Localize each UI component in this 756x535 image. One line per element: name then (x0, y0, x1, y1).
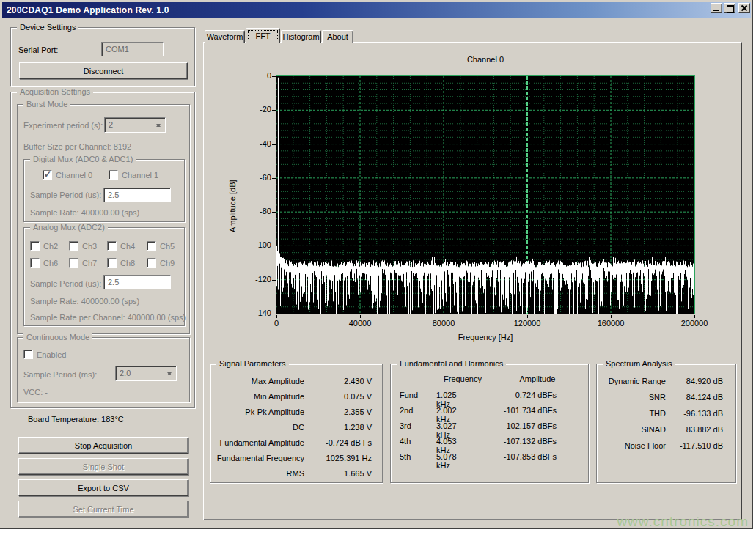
continuous-sample-period-stepper[interactable]: 2.0 (115, 366, 177, 381)
amplitude-column-header: Amplitude (507, 374, 568, 383)
x-tick-label: 0 (274, 319, 279, 328)
set-current-time-button[interactable]: Set Current Time (18, 501, 188, 517)
y-tick-label: -80 (239, 207, 271, 215)
serial-port-field[interactable]: COM1 (101, 42, 164, 56)
harmonic-name: 5th (400, 452, 411, 461)
checkbox-icon (147, 241, 156, 251)
checkbox-label: Ch5 (160, 242, 175, 251)
checkbox-label: Channel 1 (122, 171, 158, 180)
x-tick-label: 160000 (598, 319, 625, 328)
maximize-button[interactable] (724, 3, 735, 13)
checkbox-ch7[interactable]: Ch7 (69, 258, 97, 268)
experiment-period-stepper[interactable]: 2 (104, 117, 166, 133)
analog-sample-period-field[interactable]: 2.5 (103, 275, 171, 289)
stop-acquisition-button[interactable]: Stop Acquisition (18, 437, 188, 454)
spectrum-row: THD-96.133 dB (603, 405, 723, 421)
fft-plot-canvas (276, 76, 694, 314)
spectrum-value: -117.510 dB (666, 441, 723, 450)
checkbox-label: Ch3 (82, 242, 97, 251)
y-tick-label: -20 (239, 105, 271, 114)
digital-mux-group: Digital Mux (ADC0 & ADC1) Channel 0 Chan… (23, 159, 185, 222)
param-row: RMS1.665 V (216, 465, 372, 481)
tab-about[interactable]: About (322, 30, 353, 43)
digital-sample-period-field[interactable]: 2.5 (103, 188, 171, 202)
y-tick-label: -120 (239, 275, 271, 284)
param-row: DC1.238 V (216, 419, 372, 435)
close-button[interactable] (738, 3, 750, 13)
burst-mode-group: Burst Mode Experiment period (s): 2 Buff… (17, 104, 190, 334)
checkbox-icon (107, 241, 117, 251)
param-label: RMS (216, 469, 304, 478)
checkbox-enabled[interactable]: Enabled (23, 350, 66, 359)
window-title: 200CDAQ1 Demo Application Rev. 1.0 (7, 5, 169, 15)
analog-mux-title: Analog Mux (ADC2) (30, 223, 108, 232)
param-label: Max Amplitude (216, 377, 304, 385)
frequency-column-header: Frequency (432, 374, 493, 383)
checkbox-label: Ch4 (120, 242, 135, 251)
checkbox-icon (147, 258, 156, 268)
y-tick-mark (272, 280, 276, 281)
tab-fft[interactable]: FFT (246, 28, 280, 43)
tab-histogram[interactable]: Histogram (281, 30, 321, 43)
y-tick-label: -100 (239, 240, 271, 249)
harmonics-title: Fundamental and Harmonics (397, 359, 506, 368)
minimize-button[interactable] (711, 3, 722, 13)
checkbox-label: Channel 0 (56, 171, 92, 180)
analog-sample-rate-per-channel-text: Sample Rate per Channel: 400000.00 (sps) (30, 313, 186, 322)
param-value: 1.665 V (304, 469, 372, 478)
checkbox-label: Enabled (37, 350, 66, 359)
y-tick-mark (272, 110, 276, 111)
experiment-period-value: 2 (109, 120, 113, 129)
harmonic-frequency: 5.078 kHz (436, 452, 457, 470)
device-settings-group: Device Settings Serial Port: COM1 Discon… (10, 27, 195, 86)
export-to-csv-button[interactable]: Export to CSV (18, 479, 188, 496)
checkbox-channel-0[interactable]: Channel 0 (43, 170, 92, 180)
param-value: 2.355 V (304, 407, 372, 416)
spectrum-label: THD (603, 409, 666, 418)
checkbox-ch6[interactable]: Ch6 (30, 258, 58, 268)
watermark: www.cntronics.com (617, 514, 749, 530)
harmonic-amplitude: -107.853 dBFs (486, 452, 557, 461)
spectrum-value: 84.124 dB (666, 393, 723, 402)
title-bar[interactable]: 200CDAQ1 Demo Application Rev. 1.0 (2, 2, 751, 18)
checkbox-icon (69, 241, 78, 251)
fft-plot[interactable] (276, 75, 695, 314)
spectrum-value: 83.882 dB (666, 425, 723, 434)
param-label: Fundamental Frequency (216, 454, 304, 462)
harmonic-amplitude: -101.734 dBFs (486, 406, 557, 415)
y-axis-label: Amplitude [dB] (228, 180, 237, 232)
param-label: Min Amplitude (216, 392, 304, 401)
param-value: 2.430 V (304, 377, 372, 385)
checkbox-ch9[interactable]: Ch9 (147, 258, 175, 268)
y-tick-label: -60 (239, 173, 271, 182)
experiment-period-label: Experiment period (s): (23, 121, 103, 130)
single-shot-button[interactable]: Single Shot (18, 458, 188, 475)
y-tick-label: -40 (239, 139, 271, 148)
param-value: 0.075 V (304, 392, 372, 401)
spectrum-label: Dynamic Range (603, 377, 666, 385)
checkbox-channel-1[interactable]: Channel 1 (109, 170, 158, 180)
checkbox-icon (30, 258, 40, 268)
y-tick-mark (272, 314, 276, 314)
checkbox-ch8[interactable]: Ch8 (107, 258, 135, 268)
vcc-text: VCC: - (23, 388, 48, 396)
x-tick-mark (527, 315, 528, 318)
spectrum-analysis-panel: Spectrum Analysis Dynamic Range84.920 dB… (596, 364, 736, 483)
checkbox-ch4[interactable]: Ch4 (107, 241, 135, 251)
checkbox-label: Ch9 (160, 259, 175, 268)
tab-waveform[interactable]: Waveform (205, 30, 245, 43)
digital-sample-rate-text: Sample Rate: 400000.00 (sps) (30, 208, 139, 217)
spectrum-row: SNR84.124 dB (603, 389, 723, 405)
checkbox-ch5[interactable]: Ch5 (147, 241, 175, 251)
digital-mux-title: Digital Mux (ADC0 & ADC1) (30, 155, 136, 163)
acquisition-settings-group: Acquisition Settings Burst Mode Experime… (10, 92, 195, 408)
checkbox-ch3[interactable]: Ch3 (69, 241, 97, 251)
checkbox-label: Ch7 (82, 259, 97, 268)
checkbox-ch2[interactable]: Ch2 (30, 241, 58, 251)
continuous-mode-title: Continuous Mode (23, 333, 92, 342)
x-tick-label: 200000 (681, 319, 708, 328)
harmonic-amplitude: -107.132 dBFs (486, 437, 557, 446)
disconnect-button[interactable]: Disconnect (19, 62, 188, 79)
y-tick-label: 0 (239, 71, 271, 80)
spectrum-label: SINAD (603, 425, 666, 434)
